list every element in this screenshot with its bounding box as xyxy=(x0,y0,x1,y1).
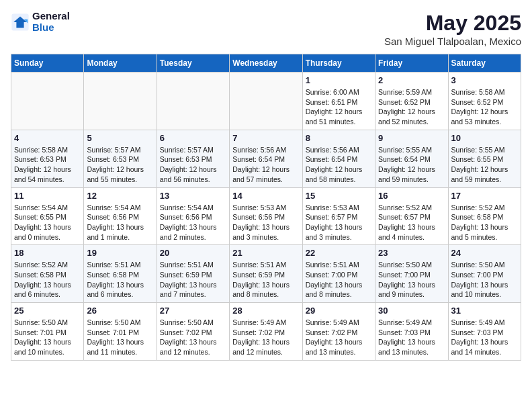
calendar-cell: 14Sunrise: 5:53 AMSunset: 6:56 PMDayligh… xyxy=(230,187,302,245)
cell-day-number: 17 xyxy=(451,191,518,201)
cell-info: Sunrise: 5:50 AMSunset: 7:01 PMDaylight:… xyxy=(14,318,81,357)
cell-info: Sunrise: 5:56 AMSunset: 6:54 PMDaylight:… xyxy=(232,145,299,185)
calendar-week-1: 1Sunrise: 6:00 AMSunset: 6:51 PMDaylight… xyxy=(11,73,521,130)
cell-info: Sunrise: 5:51 AMSunset: 6:58 PMDaylight:… xyxy=(87,260,153,300)
cell-day-number: 31 xyxy=(451,306,518,316)
calendar-cell xyxy=(11,73,84,130)
calendar-cell: 28Sunrise: 5:49 AMSunset: 7:02 PMDayligh… xyxy=(230,303,302,361)
calendar-cell: 11Sunrise: 5:54 AMSunset: 6:55 PMDayligh… xyxy=(11,187,84,245)
cell-info: Sunrise: 5:54 AMSunset: 6:55 PMDaylight:… xyxy=(14,203,81,242)
logo-general-text: General xyxy=(32,11,70,22)
day-header-sunday: Sunday xyxy=(11,54,84,73)
calendar-cell: 30Sunrise: 5:49 AMSunset: 7:03 PMDayligh… xyxy=(375,303,448,361)
title-block: May 2025 San Miguel Tlalpoalan, Mexico xyxy=(384,11,521,47)
calendar-cell: 10Sunrise: 5:55 AMSunset: 6:55 PMDayligh… xyxy=(448,130,521,187)
calendar-cell: 4Sunrise: 5:58 AMSunset: 6:53 PMDaylight… xyxy=(11,130,84,187)
calendar-cell xyxy=(157,73,229,130)
calendar-cell: 21Sunrise: 5:51 AMSunset: 6:59 PMDayligh… xyxy=(230,245,302,303)
cell-day-number: 21 xyxy=(232,248,299,258)
cell-day-number: 18 xyxy=(14,248,81,258)
cell-info: Sunrise: 5:50 AMSunset: 7:00 PMDaylight:… xyxy=(451,260,518,300)
cell-info: Sunrise: 5:50 AMSunset: 7:00 PMDaylight:… xyxy=(378,260,445,300)
logo-icon xyxy=(11,13,30,32)
cell-info: Sunrise: 5:52 AMSunset: 6:58 PMDaylight:… xyxy=(451,203,518,242)
calendar-cell: 22Sunrise: 5:51 AMSunset: 7:00 PMDayligh… xyxy=(302,245,375,303)
calendar-cell: 24Sunrise: 5:50 AMSunset: 7:00 PMDayligh… xyxy=(448,245,521,303)
cell-info: Sunrise: 5:52 AMSunset: 6:58 PMDaylight:… xyxy=(14,260,81,300)
days-header-row: SundayMondayTuesdayWednesdayThursdayFrid… xyxy=(11,54,521,73)
calendar-cell: 29Sunrise: 5:49 AMSunset: 7:02 PMDayligh… xyxy=(302,303,375,361)
cell-day-number: 7 xyxy=(232,133,299,143)
cell-info: Sunrise: 5:54 AMSunset: 6:56 PMDaylight:… xyxy=(160,203,226,242)
calendar-cell: 3Sunrise: 5:58 AMSunset: 6:52 PMDaylight… xyxy=(448,73,521,130)
cell-info: Sunrise: 5:55 AMSunset: 6:55 PMDaylight:… xyxy=(451,145,518,185)
calendar-cell: 12Sunrise: 5:54 AMSunset: 6:56 PMDayligh… xyxy=(84,187,157,245)
cell-day-number: 15 xyxy=(306,191,372,201)
calendar-cell: 8Sunrise: 5:56 AMSunset: 6:54 PMDaylight… xyxy=(302,130,375,187)
cell-info: Sunrise: 5:57 AMSunset: 6:53 PMDaylight:… xyxy=(160,145,226,185)
cell-day-number: 19 xyxy=(87,248,153,258)
calendar-cell: 17Sunrise: 5:52 AMSunset: 6:58 PMDayligh… xyxy=(448,187,521,245)
cell-info: Sunrise: 5:58 AMSunset: 6:53 PMDaylight:… xyxy=(14,145,81,185)
cell-day-number: 14 xyxy=(232,191,299,201)
cell-day-number: 1 xyxy=(306,75,372,85)
cell-info: Sunrise: 5:50 AMSunset: 7:01 PMDaylight:… xyxy=(87,318,153,357)
cell-info: Sunrise: 5:51 AMSunset: 6:59 PMDaylight:… xyxy=(160,260,226,300)
day-header-wednesday: Wednesday xyxy=(230,54,302,73)
cell-day-number: 20 xyxy=(160,248,226,258)
calendar-cell xyxy=(84,73,157,130)
calendar-cell: 25Sunrise: 5:50 AMSunset: 7:01 PMDayligh… xyxy=(11,303,84,361)
calendar-table: SundayMondayTuesdayWednesdayThursdayFrid… xyxy=(11,54,521,361)
cell-day-number: 24 xyxy=(451,248,518,258)
cell-day-number: 4 xyxy=(14,133,81,143)
cell-day-number: 6 xyxy=(160,133,226,143)
cell-day-number: 27 xyxy=(160,306,226,316)
cell-info: Sunrise: 5:49 AMSunset: 7:03 PMDaylight:… xyxy=(451,318,518,357)
cell-info: Sunrise: 5:49 AMSunset: 7:02 PMDaylight:… xyxy=(306,318,372,357)
calendar-week-5: 25Sunrise: 5:50 AMSunset: 7:01 PMDayligh… xyxy=(11,303,521,361)
cell-info: Sunrise: 6:00 AMSunset: 6:51 PMDaylight:… xyxy=(306,87,372,127)
calendar-cell xyxy=(230,73,302,130)
calendar-week-4: 18Sunrise: 5:52 AMSunset: 6:58 PMDayligh… xyxy=(11,245,521,303)
day-header-tuesday: Tuesday xyxy=(157,54,229,73)
cell-info: Sunrise: 5:51 AMSunset: 6:59 PMDaylight:… xyxy=(232,260,299,300)
logo-text: General Blue xyxy=(32,11,70,33)
calendar-cell: 19Sunrise: 5:51 AMSunset: 6:58 PMDayligh… xyxy=(84,245,157,303)
cell-info: Sunrise: 5:56 AMSunset: 6:54 PMDaylight:… xyxy=(306,145,372,185)
calendar-cell: 13Sunrise: 5:54 AMSunset: 6:56 PMDayligh… xyxy=(157,187,229,245)
day-header-thursday: Thursday xyxy=(302,54,375,73)
calendar-cell: 26Sunrise: 5:50 AMSunset: 7:01 PMDayligh… xyxy=(84,303,157,361)
calendar-cell: 16Sunrise: 5:52 AMSunset: 6:57 PMDayligh… xyxy=(375,187,448,245)
cell-info: Sunrise: 5:58 AMSunset: 6:52 PMDaylight:… xyxy=(451,87,518,127)
cell-info: Sunrise: 5:49 AMSunset: 7:02 PMDaylight:… xyxy=(232,318,299,357)
calendar-cell: 2Sunrise: 5:59 AMSunset: 6:52 PMDaylight… xyxy=(375,73,448,130)
cell-day-number: 11 xyxy=(14,191,81,201)
calendar-week-2: 4Sunrise: 5:58 AMSunset: 6:53 PMDaylight… xyxy=(11,130,521,187)
logo-blue-text: Blue xyxy=(32,22,70,34)
calendar-cell: 7Sunrise: 5:56 AMSunset: 6:54 PMDaylight… xyxy=(230,130,302,187)
calendar-cell: 18Sunrise: 5:52 AMSunset: 6:58 PMDayligh… xyxy=(11,245,84,303)
cell-day-number: 3 xyxy=(451,75,518,85)
cell-info: Sunrise: 5:53 AMSunset: 6:56 PMDaylight:… xyxy=(232,203,299,242)
calendar-cell: 9Sunrise: 5:55 AMSunset: 6:54 PMDaylight… xyxy=(375,130,448,187)
calendar-cell: 31Sunrise: 5:49 AMSunset: 7:03 PMDayligh… xyxy=(448,303,521,361)
logo: General Blue xyxy=(11,11,70,33)
calendar-cell: 5Sunrise: 5:57 AMSunset: 6:53 PMDaylight… xyxy=(84,130,157,187)
cell-day-number: 5 xyxy=(87,133,153,143)
cell-info: Sunrise: 5:54 AMSunset: 6:56 PMDaylight:… xyxy=(87,203,153,242)
cell-day-number: 29 xyxy=(306,306,372,316)
cell-info: Sunrise: 5:51 AMSunset: 7:00 PMDaylight:… xyxy=(306,260,372,300)
cell-info: Sunrise: 5:49 AMSunset: 7:03 PMDaylight:… xyxy=(378,318,445,357)
cell-day-number: 16 xyxy=(378,191,445,201)
day-header-saturday: Saturday xyxy=(448,54,521,73)
cell-info: Sunrise: 5:57 AMSunset: 6:53 PMDaylight:… xyxy=(87,145,153,185)
day-header-monday: Monday xyxy=(84,54,157,73)
calendar-cell: 6Sunrise: 5:57 AMSunset: 6:53 PMDaylight… xyxy=(157,130,229,187)
cell-day-number: 9 xyxy=(378,133,445,143)
calendar-week-3: 11Sunrise: 5:54 AMSunset: 6:55 PMDayligh… xyxy=(11,187,521,245)
cell-day-number: 12 xyxy=(87,191,153,201)
cell-day-number: 28 xyxy=(232,306,299,316)
cell-day-number: 30 xyxy=(378,306,445,316)
day-header-friday: Friday xyxy=(375,54,448,73)
month-title: May 2025 xyxy=(384,11,521,36)
